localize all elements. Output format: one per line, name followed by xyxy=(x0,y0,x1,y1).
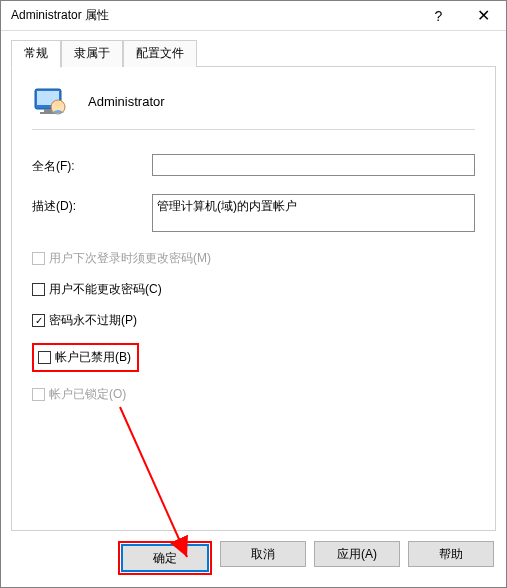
window-title: Administrator 属性 xyxy=(11,7,416,24)
cancel-button[interactable]: 取消 xyxy=(220,541,306,567)
fullname-label: 全名(F): xyxy=(32,154,152,175)
description-input[interactable] xyxy=(152,194,475,232)
user-header: Administrator xyxy=(32,83,475,119)
properties-window: Administrator 属性 ? ✕ 常规 隶属于 配置文件 xyxy=(0,0,507,588)
check-label: 用户不能更改密码(C) xyxy=(49,281,162,298)
checkbox-icon xyxy=(32,314,45,327)
check-cannot-change-password[interactable]: 用户不能更改密码(C) xyxy=(32,281,475,298)
ok-button[interactable]: 确定 xyxy=(122,545,208,571)
check-label: 用户下次登录时须更改密码(M) xyxy=(49,250,211,267)
dialog-buttons: 确定 取消 应用(A) 帮助 xyxy=(11,531,496,577)
annotation-highlight-disabled: 帐户已禁用(B) xyxy=(32,343,475,372)
help-button[interactable]: ? xyxy=(416,1,461,31)
tab-general[interactable]: 常规 xyxy=(11,40,61,68)
check-label: 帐户已禁用(B) xyxy=(55,349,131,366)
checkbox-icon xyxy=(32,283,45,296)
tab-panel-general: Administrator 全名(F): 描述(D): 用户下次登录时须更改密码… xyxy=(11,66,496,531)
close-button[interactable]: ✕ xyxy=(461,1,506,31)
check-password-never-expires[interactable]: 密码永不过期(P) xyxy=(32,312,475,329)
tabbar: 常规 隶属于 配置文件 xyxy=(11,39,496,67)
checkbox-group: 用户下次登录时须更改密码(M) 用户不能更改密码(C) 密码永不过期(P) 帐户… xyxy=(32,250,475,403)
help-button-bottom[interactable]: 帮助 xyxy=(408,541,494,567)
tab-profile[interactable]: 配置文件 xyxy=(123,40,197,67)
check-label: 密码永不过期(P) xyxy=(49,312,137,329)
checkbox-icon xyxy=(32,388,45,401)
check-account-disabled[interactable]: 帐户已禁用(B) xyxy=(38,349,131,366)
fullname-input[interactable] xyxy=(152,154,475,176)
titlebar: Administrator 属性 ? ✕ xyxy=(1,1,506,31)
annotation-highlight-ok: 确定 xyxy=(118,541,212,575)
apply-button[interactable]: 应用(A) xyxy=(314,541,400,567)
svg-rect-2 xyxy=(44,109,52,112)
check-account-locked: 帐户已锁定(O) xyxy=(32,386,475,403)
svg-point-5 xyxy=(55,101,61,107)
tab-member-of[interactable]: 隶属于 xyxy=(61,40,123,67)
checkbox-icon xyxy=(38,351,51,364)
checkbox-icon xyxy=(32,252,45,265)
separator xyxy=(32,129,475,130)
row-description: 描述(D): xyxy=(32,194,475,232)
client-area: 常规 隶属于 配置文件 Administrator xyxy=(1,31,506,587)
user-icon xyxy=(32,83,68,119)
row-fullname: 全名(F): xyxy=(32,154,475,176)
check-must-change-password: 用户下次登录时须更改密码(M) xyxy=(32,250,475,267)
description-label: 描述(D): xyxy=(32,194,152,215)
user-name: Administrator xyxy=(88,94,165,109)
check-label: 帐户已锁定(O) xyxy=(49,386,126,403)
